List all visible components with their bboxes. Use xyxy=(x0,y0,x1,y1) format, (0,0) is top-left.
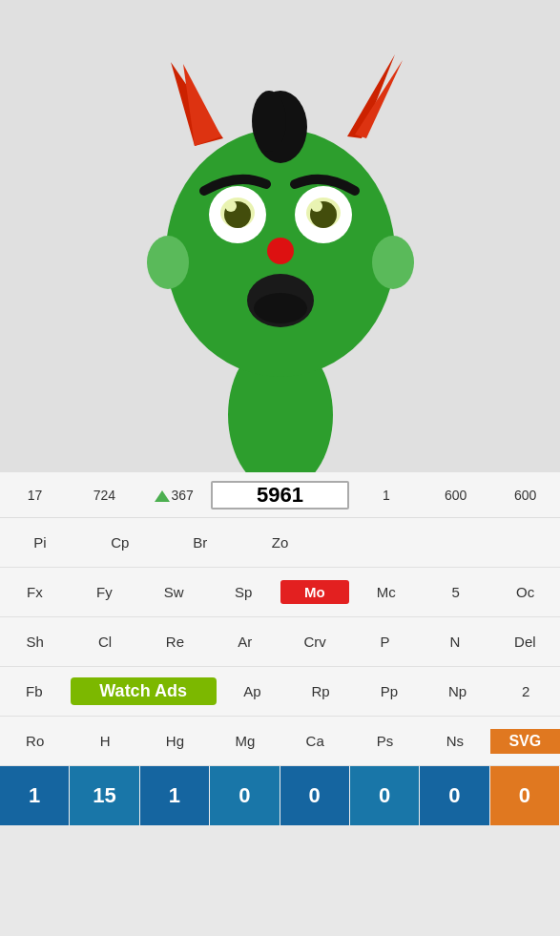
label-row-1: Pi Cp Br Zo xyxy=(0,518,560,568)
label-zo[interactable]: Zo xyxy=(240,530,321,554)
stats-area: 17 724 367 5961 1 600 600 Pi Cp Br Zo Fx… xyxy=(0,472,560,825)
character-svg xyxy=(118,5,443,472)
label-ca[interactable]: Ca xyxy=(280,729,350,753)
label-sw[interactable]: Sw xyxy=(139,580,209,604)
svg-point-20 xyxy=(254,293,307,323)
label-cl[interactable]: Cl xyxy=(70,630,139,654)
count-6: 0 xyxy=(420,766,489,825)
label-mo[interactable]: Mo xyxy=(280,580,350,604)
label-ar[interactable]: Ar xyxy=(210,630,280,654)
label-mc[interactable]: Mc xyxy=(351,580,421,604)
label-row-5: Ro H Hg Mg Ca Ps Ns SVG xyxy=(0,717,560,766)
svg-point-16 xyxy=(220,198,255,228)
label-rp[interactable]: Rp xyxy=(286,679,355,703)
label-svg[interactable]: SVG xyxy=(490,729,560,754)
label-h[interactable]: H xyxy=(70,729,139,753)
label-fx[interactable]: Fx xyxy=(0,580,70,604)
svg-point-3 xyxy=(372,236,414,289)
svg-point-2 xyxy=(147,236,189,289)
num-cell-6: 600 xyxy=(490,488,560,503)
label-row-4: Fb Watch Ads Ap Rp Pp Np 2 xyxy=(0,667,560,717)
num-cell-4: 1 xyxy=(351,488,421,503)
label-sp[interactable]: Sp xyxy=(209,580,279,604)
character-area xyxy=(0,0,560,472)
label-pp[interactable]: Pp xyxy=(355,679,424,703)
label-ns[interactable]: Ns xyxy=(420,729,489,753)
count-7: 0 xyxy=(490,766,560,825)
svg-marker-9 xyxy=(355,60,403,138)
label-cp[interactable]: Cp xyxy=(80,530,160,554)
label-ap[interactable]: Ap xyxy=(218,679,287,703)
label-crv[interactable]: Crv xyxy=(280,630,350,654)
num-cell-highlight: 5961 xyxy=(211,481,350,510)
svg-point-17 xyxy=(306,198,341,228)
label-fb[interactable]: Fb xyxy=(0,679,69,703)
svg-marker-7 xyxy=(183,64,221,146)
count-4: 0 xyxy=(280,766,350,825)
label-empty-1 xyxy=(320,539,400,547)
number-bar: 17 724 367 5961 1 600 600 xyxy=(0,472,560,518)
watch-ads-button[interactable]: Watch Ads xyxy=(71,677,217,705)
count-bar: 1 15 1 0 0 0 0 0 xyxy=(0,766,560,825)
label-br[interactable]: Br xyxy=(160,530,240,554)
count-3: 0 xyxy=(210,766,280,825)
num-cell-0: 17 xyxy=(0,488,70,503)
label-pi[interactable]: Pi xyxy=(0,530,80,554)
num-cell-2: 367 xyxy=(139,488,209,503)
label-re[interactable]: Re xyxy=(140,630,210,654)
label-row-3: Sh Cl Re Ar Crv P N Del xyxy=(0,617,560,667)
count-5: 0 xyxy=(350,766,420,825)
count-0: 1 xyxy=(0,766,70,825)
label-mg[interactable]: Mg xyxy=(210,729,280,753)
label-empty-3 xyxy=(480,539,560,547)
label-row-2: Fx Fy Sw Sp Mo Mc 5 Oc xyxy=(0,568,560,617)
label-n[interactable]: N xyxy=(420,630,489,654)
label-oc[interactable]: Oc xyxy=(490,580,560,604)
label-empty-2 xyxy=(400,539,480,547)
label-np[interactable]: Np xyxy=(424,679,492,703)
label-del[interactable]: Del xyxy=(490,630,560,654)
label-ps[interactable]: Ps xyxy=(350,729,420,753)
label-ro[interactable]: Ro xyxy=(0,729,70,753)
count-1: 15 xyxy=(70,766,139,825)
label-fy[interactable]: Fy xyxy=(70,580,139,604)
label-p[interactable]: P xyxy=(350,630,420,654)
num-cell-5: 600 xyxy=(421,488,490,503)
label-hg[interactable]: Hg xyxy=(140,729,210,753)
label-5[interactable]: 5 xyxy=(421,580,490,604)
num-cell-1: 724 xyxy=(70,488,139,503)
label-sh[interactable]: Sh xyxy=(0,630,70,654)
svg-point-5 xyxy=(252,91,286,152)
count-2: 1 xyxy=(140,766,210,825)
triangle-indicator xyxy=(155,490,170,502)
svg-point-18 xyxy=(267,238,294,264)
label-2[interactable]: 2 xyxy=(491,679,560,703)
